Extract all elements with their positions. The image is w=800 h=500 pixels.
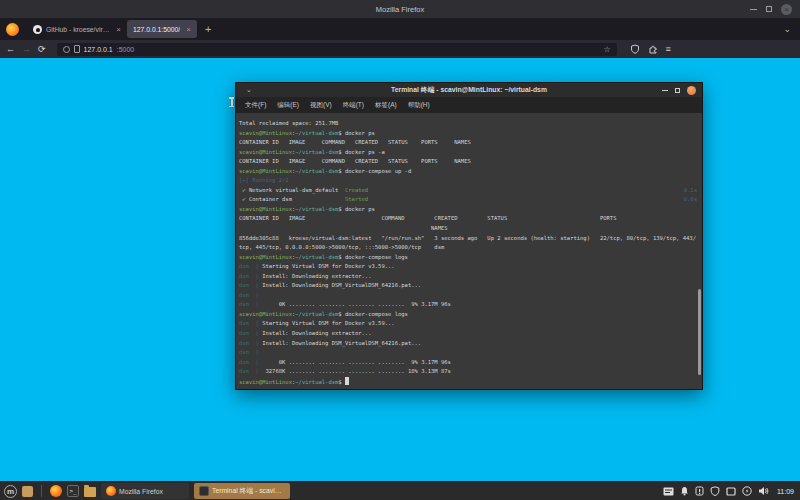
site-info-icon[interactable] bbox=[63, 46, 70, 53]
shield-extension-icon[interactable] bbox=[630, 44, 640, 54]
terminal-line: scavin@MintLinux:~/virtual-dsm$ bbox=[239, 377, 702, 387]
tab-close-icon[interactable]: × bbox=[184, 25, 191, 34]
github-favicon-icon bbox=[33, 25, 42, 34]
tab-strip: GitHub - kroese/virtual-dsm × 127.0.0.1:… bbox=[0, 18, 800, 40]
show-desktop-button[interactable] bbox=[22, 486, 33, 497]
terminal-titlebar[interactable]: ⌄ Terminal 终端 - scavin@MintLinux: ~/virt… bbox=[236, 83, 702, 97]
clock[interactable]: 11:09 bbox=[777, 488, 794, 495]
url-host: 127.0.0.1 bbox=[84, 46, 113, 53]
terminal-line: CONTAINER ID IMAGE COMMAND CREATED STATU… bbox=[239, 157, 702, 167]
terminal-line: [+] Running 2/2 bbox=[239, 176, 702, 186]
terminal-menu-item[interactable]: 视图(V) bbox=[310, 101, 332, 110]
system-tray: 11:09 bbox=[663, 486, 796, 496]
terminal-line: dsm | 0K ........ ........ ........ ....… bbox=[239, 358, 702, 368]
navigation-toolbar: ← → ⟳ 127.0.0.1 :5000 ☆ ≡ bbox=[0, 40, 800, 58]
terminal-line: CONTAINER ID IMAGE COMMAND CREATED STATU… bbox=[239, 138, 702, 148]
reload-icon[interactable]: ⟳ bbox=[38, 44, 46, 54]
tab-localhost-active[interactable]: 127.0.0.1:5000/ × bbox=[127, 20, 197, 38]
terminal-maximize-icon[interactable] bbox=[675, 88, 680, 93]
tab-github[interactable]: GitHub - kroese/virtual-dsm × bbox=[27, 20, 127, 38]
window-title: Mozilla Firefox bbox=[376, 5, 424, 14]
terminal-line: dsm | bbox=[239, 348, 702, 358]
power-battery-icon[interactable] bbox=[742, 486, 752, 496]
terminal-menubar: 文件(F)编辑(E)视图(V)终端(T)标签(A)帮助(H) bbox=[236, 97, 702, 113]
firefox-logo-icon bbox=[6, 23, 19, 36]
maximize-icon[interactable] bbox=[766, 6, 772, 12]
url-bar[interactable]: 127.0.0.1 :5000 ☆ bbox=[57, 43, 617, 56]
taskbar: m >_ Mozilla Firefox Terminal 终端 - scavi… bbox=[0, 481, 800, 500]
terminal-line: Total reclaimed space: 251.7MB bbox=[239, 119, 702, 129]
terminal-menu-item[interactable]: 终端(T) bbox=[343, 101, 364, 110]
close-icon[interactable]: × bbox=[781, 4, 792, 15]
terminal-line: NAMES bbox=[239, 224, 702, 234]
terminal-line: dsm | Install: Downloading extractor... bbox=[239, 272, 702, 282]
terminal-line: ✔ Container dsm Started0.0s bbox=[239, 195, 702, 205]
terminal-line: scavin@MintLinux:~/virtual-dsm$ docker p… bbox=[239, 148, 702, 158]
terminal-line: dsm | Install: Downloading extractor... bbox=[239, 329, 702, 339]
terminal-line: CONTAINER ID IMAGE COMMAND CREATED STATU… bbox=[239, 214, 702, 224]
terminal-icon bbox=[199, 486, 209, 496]
menu-hamburger-icon[interactable]: ≡ bbox=[666, 44, 671, 54]
input-method-icon[interactable] bbox=[663, 487, 674, 496]
list-all-tabs-icon[interactable]: ⌄ bbox=[783, 24, 791, 34]
terminal-launcher-icon[interactable]: >_ bbox=[67, 485, 79, 497]
terminal-window: ⌄ Terminal 终端 - scavin@MintLinux: ~/virt… bbox=[235, 82, 703, 390]
terminal-menu-item[interactable]: 文件(F) bbox=[245, 101, 266, 110]
terminal-minimize-icon[interactable] bbox=[662, 90, 668, 91]
display-icon[interactable] bbox=[726, 487, 736, 496]
volume-icon[interactable] bbox=[758, 486, 769, 496]
minimize-icon[interactable] bbox=[750, 9, 757, 10]
terminal-line: dsm | bbox=[239, 291, 702, 301]
extensions-puzzle-icon[interactable] bbox=[648, 44, 658, 54]
terminal-line: dsm | Install: Downloading DSM_VirtualDS… bbox=[239, 339, 702, 349]
bookmark-star-icon[interactable]: ☆ bbox=[603, 45, 610, 54]
terminal-line: scavin@MintLinux:~/virtual-dsm$ docker-c… bbox=[239, 167, 702, 177]
firefox-titlebar: Mozilla Firefox × bbox=[0, 0, 800, 18]
terminal-body[interactable]: Total reclaimed space: 251.7MBscavin@Min… bbox=[236, 113, 702, 389]
files-launcher-icon[interactable] bbox=[84, 487, 96, 497]
webpage-content[interactable]: ⌄ Terminal 终端 - scavin@MintLinux: ~/virt… bbox=[0, 58, 800, 481]
firefox-launcher-icon[interactable] bbox=[50, 485, 62, 497]
back-icon[interactable]: ← bbox=[6, 44, 15, 54]
firefox-icon bbox=[106, 486, 116, 496]
update-manager-icon[interactable] bbox=[695, 486, 704, 496]
terminal-menu-item[interactable]: 编辑(E) bbox=[277, 101, 299, 110]
terminal-line: 856dde305c88 kroese/virtual-dsm:latest "… bbox=[239, 234, 702, 244]
url-port: :5000 bbox=[117, 46, 135, 53]
firewall-shield-icon[interactable] bbox=[710, 486, 720, 496]
terminal-line: scavin@MintLinux:~/virtual-dsm$ docker-c… bbox=[239, 310, 702, 320]
terminal-line: scavin@MintLinux:~/virtual-dsm$ docker-c… bbox=[239, 253, 702, 263]
terminal-title: Terminal 终端 - scavin@MintLinux: ~/virtua… bbox=[236, 85, 702, 95]
terminal-line: dsm | Starting Virtual DSM for Docker v3… bbox=[239, 319, 702, 329]
terminal-line: scavin@MintLinux:~/virtual-dsm$ docker p… bbox=[239, 205, 702, 215]
terminal-cursor bbox=[345, 377, 350, 385]
tab-close-icon[interactable]: × bbox=[114, 25, 121, 34]
terminal-line: scavin@MintLinux:~/virtual-dsm$ docker p… bbox=[239, 129, 702, 139]
notifications-bell-icon[interactable] bbox=[680, 486, 689, 496]
terminal-line: tcp, 445/tcp, 0.0.0.0:5000->5000/tcp, ::… bbox=[239, 243, 702, 253]
page-icon bbox=[74, 45, 80, 53]
terminal-line: dsm | 32768K ........ ........ ........ … bbox=[239, 367, 702, 377]
terminal-line: ✔ Network virtual-dsm_default Created0.1… bbox=[239, 186, 702, 196]
terminal-line: dsm | 0K ........ ........ ........ ....… bbox=[239, 300, 702, 310]
terminal-line: dsm | Install: Downloading DSM_VirtualDS… bbox=[239, 281, 702, 291]
new-tab-button[interactable]: + bbox=[205, 23, 211, 35]
window-button-terminal-active[interactable]: Terminal 终端 - scavin@Mi... bbox=[194, 483, 290, 499]
mint-menu-button[interactable]: m bbox=[4, 485, 17, 498]
forward-icon[interactable]: → bbox=[22, 44, 31, 54]
ibeam-mouse-cursor bbox=[228, 97, 235, 107]
taskbar-separator bbox=[41, 485, 42, 497]
terminal-menu-item[interactable]: 帮助(H) bbox=[408, 101, 430, 110]
terminal-close-icon[interactable] bbox=[687, 86, 696, 95]
terminal-line: dsm | Starting Virtual DSM for Docker v3… bbox=[239, 262, 702, 272]
terminal-menu-item[interactable]: 标签(A) bbox=[375, 101, 397, 110]
window-button-firefox[interactable]: Mozilla Firefox bbox=[101, 483, 189, 499]
